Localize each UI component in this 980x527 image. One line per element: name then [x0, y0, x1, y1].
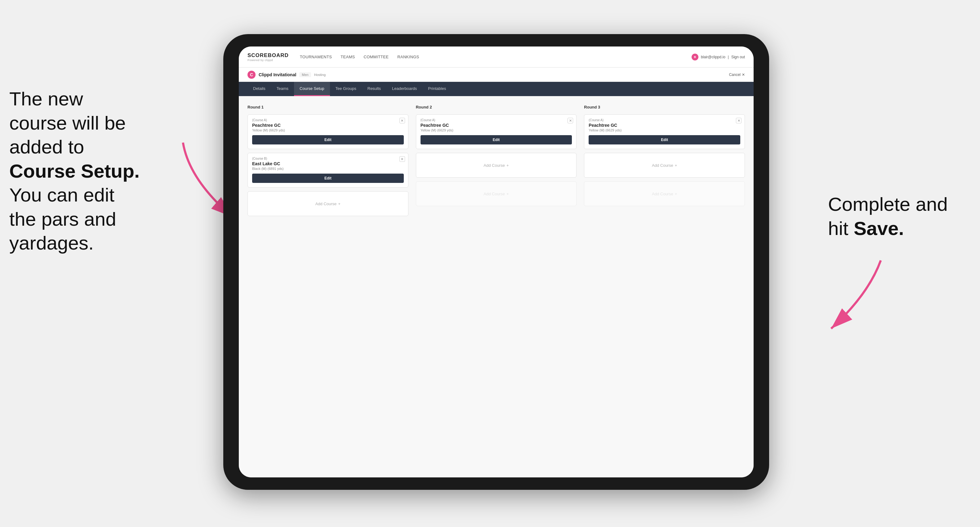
tournament-title-area: C Clippd Invitational Men Hosting — [248, 71, 326, 79]
hosting-tag: Hosting — [314, 73, 326, 76]
logo-area: SCOREBOARD Powered by clippd — [248, 52, 289, 62]
round2-add-label: Add Course — [484, 163, 505, 168]
sign-out-link[interactable]: Sign out — [731, 55, 745, 59]
round2-add-course-text: Add Course + — [484, 163, 509, 168]
round-2-label: Round 2 — [416, 105, 577, 110]
c-logo: C — [248, 71, 256, 79]
nav-teams[interactable]: TEAMS — [340, 54, 355, 59]
close-icon: ✕ — [742, 73, 745, 77]
user-avatar: B — [692, 54, 698, 60]
annotation-left: The new course will be added to Course S… — [9, 87, 189, 255]
round2-course-a-card: (Course A) Peachtree GC Yellow (M) (6629… — [416, 114, 577, 149]
annotation-right-line1: Complete and — [828, 194, 948, 215]
round2-add-disabled-label: Add Course — [484, 192, 505, 196]
tab-course-setup[interactable]: Course Setup — [294, 82, 330, 96]
tabs-bar: Details Teams Course Setup Tee Groups Re… — [239, 82, 754, 96]
round-1-column: Round 1 (Course A) Peachtree GC Yellow (… — [248, 105, 409, 216]
round1-add-course-button[interactable]: Add Course + — [248, 191, 409, 216]
tab-teams[interactable]: Teams — [271, 82, 294, 96]
round1-add-icon: + — [338, 202, 340, 206]
tab-printables[interactable]: Printables — [422, 82, 452, 96]
round3-course-a-delete-button[interactable]: ✕ — [736, 118, 741, 123]
round3-course-a-name: Peachtree GC — [589, 123, 740, 128]
annotation-line4: You can edit — [9, 184, 115, 206]
arrow-right — [813, 254, 899, 335]
round2-add-course-button[interactable]: Add Course + — [416, 153, 577, 178]
logo-sub: Powered by clippd — [248, 59, 289, 62]
round-3-label: Round 3 — [584, 105, 745, 110]
annotation-line1: The new — [9, 88, 83, 110]
round1-course-b-detail: Black (M) (6891 yds) — [252, 167, 404, 170]
round1-course-b-card: (Course B) East Lake GC Black (M) (6891 … — [248, 153, 409, 187]
round1-course-a-name: Peachtree GC — [252, 123, 404, 128]
round3-add-disabled-icon: + — [675, 192, 677, 196]
nav-links: TOURNAMENTS TEAMS COMMITTEE RANKINGS — [300, 54, 692, 59]
annotation-right-line2: hit — [828, 217, 854, 239]
round1-course-a-delete-button[interactable]: ✕ — [399, 118, 405, 123]
nav-rankings[interactable]: RANKINGS — [397, 54, 419, 59]
tournament-name: Clippd Invitational — [259, 72, 296, 77]
round3-add-label: Add Course — [652, 163, 673, 168]
annotation-line3: added to — [9, 136, 84, 157]
round3-add-course-disabled: Add Course + — [584, 181, 745, 206]
round2-course-a-delete-button[interactable]: ✕ — [568, 118, 573, 123]
tab-leaderboards[interactable]: Leaderboards — [387, 82, 422, 96]
round-2-column: Round 2 (Course A) Peachtree GC Yellow (… — [416, 105, 577, 216]
course-b-badge: (Course B) — [252, 157, 404, 160]
course-a-badge: (Course A) — [252, 118, 404, 122]
round-1-label: Round 1 — [248, 105, 409, 110]
nav-right: B blair@clippd.io | Sign out — [692, 54, 745, 60]
round2-course-a-detail: Yellow (M) (6629 yds) — [420, 129, 572, 132]
user-email: blair@clippd.io — [701, 55, 725, 59]
round3-course-a-detail: Yellow (M) (6629 yds) — [589, 129, 740, 132]
round1-course-a-card: (Course A) Peachtree GC Yellow (M) (6629… — [248, 114, 409, 149]
cancel-label: Cancel — [729, 73, 741, 77]
round2-add-disabled-icon: + — [506, 192, 509, 196]
tournament-bar: C Clippd Invitational Men Hosting Cancel… — [239, 68, 754, 82]
tab-tee-groups[interactable]: Tee Groups — [330, 82, 362, 96]
annotation-right-bold: Save. — [854, 217, 904, 239]
round3-course-a-badge: (Course A) — [589, 118, 740, 122]
round-3-column: Round 3 (Course A) Peachtree GC Yellow (… — [584, 105, 745, 216]
round3-add-course-text: Add Course + — [652, 163, 677, 168]
round3-course-a-card: (Course A) Peachtree GC Yellow (M) (6629… — [584, 114, 745, 149]
round3-add-course-text-disabled: Add Course + — [652, 192, 677, 196]
round2-add-course-text-disabled: Add Course + — [484, 192, 509, 196]
main-content: Round 1 (Course A) Peachtree GC Yellow (… — [239, 96, 754, 478]
round1-course-a-detail: Yellow (M) (6629 yds) — [252, 129, 404, 132]
round2-add-course-disabled: Add Course + — [416, 181, 577, 206]
cancel-button[interactable]: Cancel ✕ — [729, 73, 745, 77]
round2-course-a-badge: (Course A) — [420, 118, 572, 122]
tablet-screen: SCOREBOARD Powered by clippd TOURNAMENTS… — [239, 46, 754, 478]
tablet-frame: SCOREBOARD Powered by clippd TOURNAMENTS… — [223, 34, 769, 490]
nav-tournaments[interactable]: TOURNAMENTS — [300, 54, 332, 59]
gender-tag: Men — [299, 72, 311, 77]
round3-add-disabled-label: Add Course — [652, 192, 673, 196]
round1-course-b-edit-button[interactable]: Edit — [252, 174, 404, 183]
annotation-line5: the pars and — [9, 208, 116, 230]
annotation-line6: yardages. — [9, 232, 94, 254]
annotation-line2: course will be — [9, 112, 126, 133]
annotation-bold: Course Setup. — [9, 160, 140, 182]
tab-details[interactable]: Details — [248, 82, 271, 96]
round3-add-icon: + — [675, 163, 677, 168]
round1-add-label: Add Course — [315, 202, 337, 206]
round3-add-course-button[interactable]: Add Course + — [584, 153, 745, 178]
round1-course-b-name: East Lake GC — [252, 161, 404, 166]
round1-course-b-delete-button[interactable]: ✕ — [399, 156, 405, 162]
annotation-right: Complete and hit Save. — [828, 192, 971, 240]
nav-separator: | — [728, 55, 729, 59]
logo-scoreboard: SCOREBOARD — [248, 52, 289, 59]
round2-course-a-edit-button[interactable]: Edit — [420, 135, 572, 144]
rounds-grid: Round 1 (Course A) Peachtree GC Yellow (… — [248, 105, 745, 216]
round1-add-course-text: Add Course + — [315, 202, 340, 206]
tab-results[interactable]: Results — [362, 82, 387, 96]
nav-committee[interactable]: COMMITTEE — [364, 54, 389, 59]
round2-course-a-name: Peachtree GC — [420, 123, 572, 128]
round2-add-icon: + — [506, 163, 509, 168]
round1-course-a-edit-button[interactable]: Edit — [252, 135, 404, 144]
round3-course-a-edit-button[interactable]: Edit — [589, 135, 740, 144]
top-nav: SCOREBOARD Powered by clippd TOURNAMENTS… — [239, 46, 754, 68]
